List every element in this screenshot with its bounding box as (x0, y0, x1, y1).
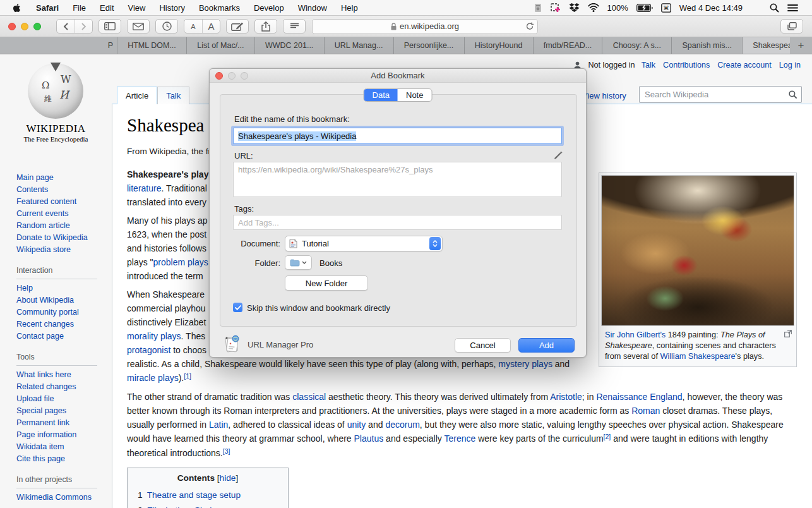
sidebar-link[interactable]: Donate to Wikipedia (16, 232, 105, 244)
browser-tab[interactable]: Choosy: A s... (602, 37, 672, 54)
browser-tab[interactable]: WWDC 201... (255, 37, 325, 54)
menu-item[interactable]: Window (298, 3, 327, 13)
page-tab[interactable]: Talk (157, 87, 189, 104)
window-minimize-button[interactable] (21, 23, 28, 30)
browser-tab[interactable]: P (0, 37, 117, 54)
inline-link[interactable]: mystery plays (498, 359, 552, 369)
inline-link[interactable]: morality plays (127, 331, 181, 341)
share-button[interactable] (254, 19, 277, 33)
dropbox-menu-extra-icon[interactable] (569, 3, 580, 13)
sidebar-link[interactable]: Page information (16, 429, 105, 441)
window-close-button[interactable] (8, 23, 16, 30)
sidebar-link[interactable]: Main page (16, 172, 105, 184)
inline-link[interactable]: problem plays (153, 257, 208, 267)
wifi-menu-extra-icon[interactable] (588, 3, 599, 12)
inline-link[interactable]: [1] (184, 372, 191, 380)
inline-link[interactable]: Plautus (354, 433, 384, 444)
sidebar-link[interactable]: Community portal (16, 306, 105, 318)
address-bar[interactable]: en.wikipedia.org (312, 19, 538, 34)
folder-picker-button[interactable] (285, 255, 312, 270)
sidebar-link[interactable]: Cite this page (16, 453, 105, 465)
toc-item-link[interactable]: Theatre and stage setup (147, 490, 241, 500)
menu-item[interactable]: Help (341, 3, 358, 13)
bookmark-name-field[interactable]: Shakespeare's plays - Wikipedia (233, 128, 562, 144)
spotlight-icon[interactable] (770, 3, 779, 13)
inline-link[interactable]: [3] (223, 447, 230, 455)
page-tab[interactable]: Article (117, 87, 157, 104)
personal-link[interactable]: Create account (717, 61, 771, 70)
increase-text-button[interactable]: A (202, 20, 220, 33)
inline-link[interactable]: protagonist (127, 345, 170, 355)
bookmark-url-field[interactable]: https://en.wikipedia.org/wiki/Shakespear… (233, 162, 562, 197)
inline-link[interactable]: literature (127, 183, 161, 193)
sidebar-link[interactable]: What links here (16, 369, 105, 381)
inline-link[interactable]: Latin (209, 420, 228, 430)
personal-link[interactable]: Contributions (663, 61, 710, 70)
battery-icon[interactable] (636, 4, 653, 12)
menu-item[interactable]: File (73, 3, 86, 13)
dialog-tab[interactable]: Data (364, 89, 398, 101)
sidebar-link[interactable]: Help (16, 282, 105, 294)
inline-link[interactable]: Sir John Gilbert's (605, 330, 666, 339)
mail-share-button[interactable] (127, 19, 150, 33)
skip-window-checkbox-label[interactable]: Skip this window and bookmark directly (247, 303, 390, 313)
menu-item[interactable]: View (128, 3, 146, 13)
notification-center-icon[interactable] (787, 4, 798, 12)
edit-url-pencil-icon[interactable] (554, 151, 563, 160)
wiki-search-input[interactable] (640, 90, 789, 99)
sidebar-link[interactable]: Wikimedia Commons (16, 492, 105, 504)
sidebar-link[interactable]: Wikipedia store (16, 244, 105, 256)
browser-tab[interactable]: fmdb/READ... (534, 37, 603, 54)
menu-item[interactable]: Safari (36, 3, 59, 13)
sidebar-link[interactable]: Special pages (16, 405, 105, 417)
search-icon[interactable] (789, 90, 797, 99)
menu-item[interactable]: Develop (254, 3, 284, 13)
inline-link[interactable]: decorum (385, 420, 419, 430)
menu-item[interactable]: History (159, 3, 184, 13)
plays-of-shakespeare-painting[interactable] (601, 175, 794, 326)
inline-link[interactable]: hide (220, 473, 236, 483)
markup-button[interactable] (226, 19, 249, 33)
inline-link[interactable]: classical (292, 392, 326, 402)
inline-link[interactable]: Renaissance England (596, 392, 682, 402)
skip-window-checkbox[interactable] (233, 303, 242, 312)
menu-item[interactable]: Bookmarks (199, 3, 240, 13)
sidebar-link[interactable]: Wikidata item (16, 441, 105, 453)
wikipedia-globe-logo[interactable]: WΩИ維 (28, 63, 85, 120)
document-popup-button[interactable]: Tutorial (285, 236, 443, 251)
toc-item[interactable]: 2Elizabethan Shakespeare (128, 503, 288, 508)
sidebar-link[interactable]: Recent changes (16, 318, 105, 330)
view-history-tab[interactable]: View history (582, 91, 626, 100)
inline-link[interactable]: Terence (444, 433, 475, 444)
forward-button[interactable] (75, 20, 92, 33)
sidebar-link[interactable]: Permanent link (16, 417, 105, 429)
menu-item[interactable]: Edit (100, 3, 114, 13)
tags-input[interactable] (234, 218, 561, 227)
personal-link[interactable]: Talk (642, 61, 655, 70)
add-button[interactable]: Add (518, 338, 575, 353)
back-button[interactable] (57, 20, 75, 33)
sidebar-link[interactable]: About Wikipedia (16, 294, 105, 306)
new-tab-button[interactable]: + (790, 37, 812, 54)
enlarge-icon[interactable] (784, 330, 792, 337)
dialog-tab[interactable]: Note (398, 89, 431, 101)
dialog-title-bar[interactable]: Add Bookmark (210, 69, 586, 83)
tab-overview-button[interactable] (780, 19, 803, 33)
sidebar-link[interactable]: Random article (16, 220, 105, 232)
history-clock-button[interactable] (155, 19, 178, 33)
toc-item-link[interactable]: Elizabethan Shakespeare (147, 505, 246, 508)
new-folder-button[interactable]: New Folder (285, 275, 368, 291)
sidebar-link[interactable]: Related changes (16, 381, 105, 393)
inline-link[interactable]: Aristotle (550, 392, 582, 402)
sidebar-link[interactable]: Contact page (16, 330, 105, 342)
menu-bar-clock[interactable]: Wed 4 Dec 14:49 (679, 3, 743, 13)
inline-link[interactable]: William Shakespeare (660, 352, 735, 361)
browser-tab[interactable]: URL Manag... (325, 37, 394, 54)
browser-tab[interactable]: Persoonlijke... (394, 37, 465, 54)
reading-list-button[interactable] (283, 19, 306, 33)
input-menu-icon[interactable]: ⌘ (661, 3, 671, 13)
inline-link[interactable]: unity (347, 420, 366, 430)
sidebar-link[interactable]: Featured content (16, 196, 105, 208)
cancel-button[interactable]: Cancel (455, 338, 511, 353)
browser-tab[interactable]: List of Mac/... (187, 37, 255, 54)
